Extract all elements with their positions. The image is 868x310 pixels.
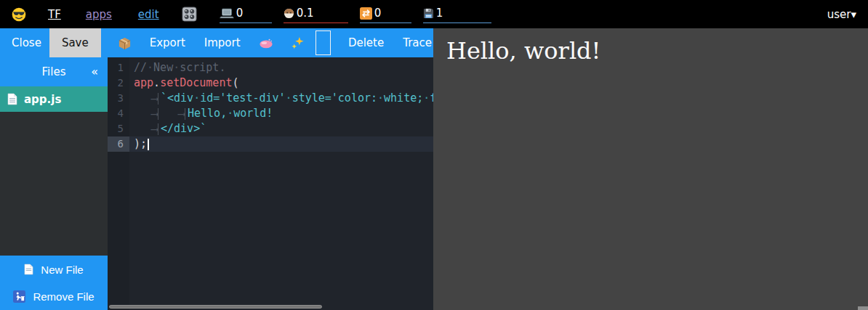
collapse-chevron-icon[interactable]: «	[91, 65, 98, 78]
editor-toolbar: Close Save Export Import	[0, 28, 433, 57]
save-button[interactable]: Save	[49, 28, 101, 57]
apps-link[interactable]: apps	[86, 8, 112, 21]
code-line: app.setDocument(	[129, 76, 433, 91]
tf-link[interactable]: TF	[48, 8, 61, 21]
stat-value: 1	[436, 7, 443, 20]
line-number: 4	[108, 106, 129, 121]
editor-gutter: 123456	[108, 57, 129, 310]
package-icon[interactable]	[117, 28, 132, 57]
code-line: );	[129, 136, 433, 152]
repeat-arrows-icon	[360, 7, 372, 20]
edit-link[interactable]: edit	[138, 8, 159, 21]
line-number: 6	[108, 136, 129, 152]
tab-whitespace-marker: ⟶	[134, 123, 158, 135]
stat-field-floppy[interactable]: 1	[423, 6, 491, 23]
tab-whitespace-marker: ⟶	[161, 108, 185, 120]
preview-heading: Hello, world!	[446, 37, 868, 65]
files-sidebar: Files « app.j	[0, 57, 108, 310]
stat-field-hamster[interactable]: 0.1	[284, 6, 348, 23]
toolbar-empty-box[interactable]	[316, 30, 331, 55]
code-line: ⟶</div>`	[129, 121, 433, 136]
line-number: 1	[108, 60, 129, 76]
tab-whitespace-marker: ⟶	[134, 93, 158, 105]
control-knobs-icon[interactable]	[182, 7, 197, 22]
editor-code[interactable]: //·New·script.app.setDocument(⟶`<div·id=…	[129, 57, 433, 310]
horizontal-scrollbar-thumb[interactable]	[109, 305, 322, 309]
files-header: Files «	[0, 57, 108, 86]
user-menu[interactable]: user▾	[827, 8, 856, 21]
hamster-icon	[284, 8, 294, 19]
tab-whitespace-marker: ⟶	[134, 108, 158, 120]
soap-icon[interactable]	[258, 28, 274, 57]
stat-value: 0	[236, 7, 244, 20]
sparkles-icon[interactable]	[290, 28, 305, 57]
stat-value: 0	[374, 7, 382, 20]
code-line: ⟶⟶Hello,·world!	[129, 106, 433, 121]
preview-pane: Hello, world!	[433, 28, 868, 310]
text-cursor	[148, 139, 149, 150]
line-number: 2	[108, 76, 129, 91]
app-window: TF apps edit 0	[0, 0, 868, 310]
new-file-button[interactable]: New File	[0, 256, 108, 283]
caret-down-icon: ▾	[851, 8, 856, 21]
code-line: ⟶`<div·id='test-div'·style='color:·white…	[129, 91, 433, 106]
code-editor: 123456 //·New·script.app.setDocument(⟶`<…	[108, 57, 433, 310]
smiley-sunglasses-icon[interactable]	[12, 7, 26, 22]
file-name: app.js	[24, 93, 61, 106]
close-button[interactable]: Close	[10, 28, 43, 57]
floppy-disk-icon	[423, 8, 434, 19]
document-icon	[7, 93, 17, 105]
delete-button[interactable]: Delete	[347, 28, 385, 57]
remove-file-button[interactable]: Remove File	[0, 283, 108, 310]
scrollbar-corner	[858, 306, 868, 310]
stat-field-repeat[interactable]: 0	[360, 6, 411, 23]
line-number: 5	[108, 121, 129, 136]
line-number: 3	[108, 91, 129, 106]
laptop-icon	[220, 8, 234, 19]
files-title: Files	[42, 65, 66, 78]
new-file-icon	[24, 264, 33, 275]
main-area: Close Save Export Import	[0, 28, 868, 310]
editor-body: Files « app.j	[0, 57, 433, 310]
import-button[interactable]: Import	[203, 28, 242, 57]
ide-pane: Close Save Export Import	[0, 28, 433, 310]
export-button[interactable]: Export	[148, 28, 187, 57]
file-item-appjs[interactable]: app.js	[0, 86, 108, 112]
stat-value: 0.1	[297, 7, 314, 20]
top-bar: TF apps edit 0	[0, 0, 868, 28]
trace-button[interactable]: Trace	[401, 28, 433, 57]
sidebar-spacer	[0, 112, 108, 256]
code-line: //·New·script.	[129, 60, 433, 76]
stat-field-laptop[interactable]: 0	[220, 6, 272, 23]
litter-bin-icon	[13, 290, 25, 303]
